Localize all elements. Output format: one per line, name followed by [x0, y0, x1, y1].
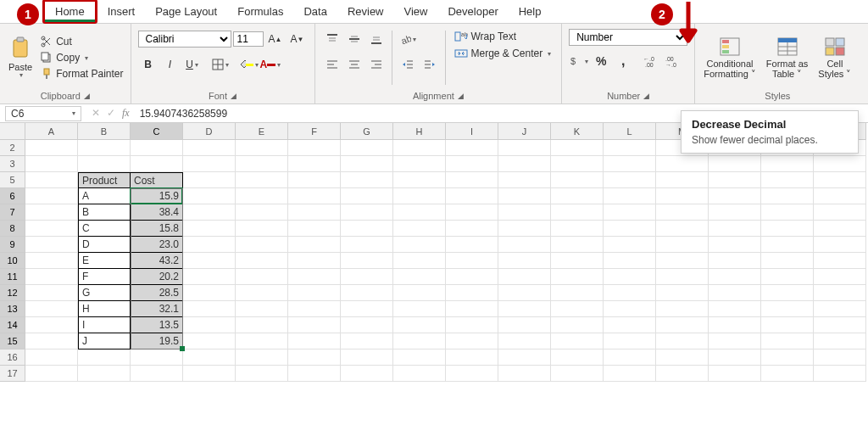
- cell[interactable]: D: [78, 237, 131, 253]
- tab-data[interactable]: Data: [293, 2, 337, 21]
- row-header-9[interactable]: 9: [0, 237, 25, 253]
- cell[interactable]: [288, 269, 341, 285]
- cell[interactable]: [25, 285, 78, 301]
- cell[interactable]: [446, 350, 498, 366]
- cell[interactable]: [498, 269, 551, 285]
- dialog-launcher-icon[interactable]: ◢: [231, 92, 236, 100]
- cell[interactable]: [551, 317, 604, 333]
- col-header-L[interactable]: L: [604, 123, 656, 140]
- cell[interactable]: [25, 253, 78, 269]
- cell[interactable]: [25, 204, 78, 221]
- cell[interactable]: [393, 285, 446, 301]
- row-header-6[interactable]: 6: [0, 188, 25, 204]
- cell[interactable]: [761, 350, 814, 366]
- cell[interactable]: [709, 188, 761, 204]
- tab-home[interactable]: Home: [45, 2, 95, 21]
- cell[interactable]: [25, 221, 78, 237]
- cell[interactable]: [78, 156, 131, 172]
- cell[interactable]: [288, 366, 341, 382]
- row-header-2[interactable]: 2: [0, 140, 25, 156]
- col-header-G[interactable]: G: [341, 123, 393, 140]
- tab-view[interactable]: View: [394, 2, 438, 21]
- cell[interactable]: [604, 253, 656, 269]
- cell[interactable]: [761, 237, 814, 253]
- number-format-select[interactable]: Number: [569, 29, 687, 46]
- cell[interactable]: [761, 221, 814, 237]
- cell[interactable]: [78, 350, 131, 366]
- cell[interactable]: [183, 188, 236, 204]
- cell[interactable]: [131, 140, 183, 156]
- cell[interactable]: [25, 172, 78, 188]
- copy-button[interactable]: Copy▾: [37, 50, 126, 65]
- cell[interactable]: [288, 156, 341, 172]
- tab-insert[interactable]: Insert: [97, 2, 146, 21]
- format-painter-button[interactable]: Format Painter: [37, 66, 126, 81]
- cell[interactable]: [341, 156, 393, 172]
- cell[interactable]: [393, 172, 446, 188]
- cell[interactable]: [393, 253, 446, 269]
- cancel-formula-button[interactable]: ✕: [92, 107, 100, 120]
- cell[interactable]: [236, 269, 288, 285]
- cell[interactable]: [341, 253, 393, 269]
- cell[interactable]: [446, 301, 498, 317]
- font-color-button[interactable]: A▾: [260, 54, 281, 75]
- cell[interactable]: [341, 172, 393, 188]
- cell[interactable]: [761, 204, 814, 221]
- cell[interactable]: [604, 156, 656, 172]
- cell[interactable]: [288, 221, 341, 237]
- cell[interactable]: J: [78, 333, 131, 350]
- cell[interactable]: [604, 366, 656, 382]
- cell[interactable]: [25, 237, 78, 253]
- col-header-A[interactable]: A: [25, 123, 78, 140]
- cell[interactable]: [656, 156, 709, 172]
- cell[interactable]: 19.5: [131, 333, 183, 350]
- row-header-15[interactable]: 15: [0, 333, 25, 350]
- cell[interactable]: [25, 317, 78, 333]
- dialog-launcher-icon[interactable]: ◢: [643, 92, 649, 100]
- grid[interactable]: 23567891011121314151617 ABCDEFGHIJKLMNOP…: [0, 123, 868, 425]
- cell[interactable]: 43.2: [131, 253, 183, 269]
- tab-help[interactable]: Help: [509, 2, 552, 21]
- cell[interactable]: [814, 253, 866, 269]
- cell[interactable]: [393, 269, 446, 285]
- cell[interactable]: [761, 333, 814, 350]
- paste-button[interactable]: Paste ▾: [3, 25, 37, 90]
- cell[interactable]: [604, 172, 656, 188]
- row-header-3[interactable]: 3: [0, 156, 25, 172]
- cell[interactable]: [183, 140, 236, 156]
- cell[interactable]: I: [78, 317, 131, 333]
- cell[interactable]: [236, 317, 288, 333]
- cell[interactable]: [656, 333, 709, 350]
- cell[interactable]: Cost: [131, 172, 183, 188]
- cell[interactable]: [498, 221, 551, 237]
- cell[interactable]: 13.5: [131, 317, 183, 333]
- cell[interactable]: [498, 333, 551, 350]
- cell[interactable]: [551, 188, 604, 204]
- cell[interactable]: [656, 317, 709, 333]
- merge-center-button[interactable]: Merge & Center▾: [451, 46, 555, 61]
- cell[interactable]: [341, 269, 393, 285]
- cell[interactable]: [761, 366, 814, 382]
- cell[interactable]: [341, 140, 393, 156]
- cell[interactable]: [393, 366, 446, 382]
- cell[interactable]: [25, 366, 78, 382]
- cell[interactable]: [656, 269, 709, 285]
- wrap-text-button[interactable]: ab Wrap Text: [451, 29, 555, 44]
- cell[interactable]: [761, 188, 814, 204]
- cell[interactable]: [498, 366, 551, 382]
- cell[interactable]: [551, 333, 604, 350]
- col-header-K[interactable]: K: [551, 123, 604, 140]
- cell[interactable]: [393, 204, 446, 221]
- cell[interactable]: [604, 204, 656, 221]
- cell[interactable]: [604, 333, 656, 350]
- cell[interactable]: [709, 366, 761, 382]
- align-middle-button[interactable]: [344, 29, 364, 49]
- cell[interactable]: [498, 253, 551, 269]
- cell[interactable]: [236, 188, 288, 204]
- cell[interactable]: [288, 253, 341, 269]
- cell[interactable]: [183, 301, 236, 317]
- col-header-F[interactable]: F: [288, 123, 341, 140]
- cell[interactable]: C: [78, 221, 131, 237]
- select-all-corner[interactable]: [0, 123, 25, 140]
- cell[interactable]: [604, 269, 656, 285]
